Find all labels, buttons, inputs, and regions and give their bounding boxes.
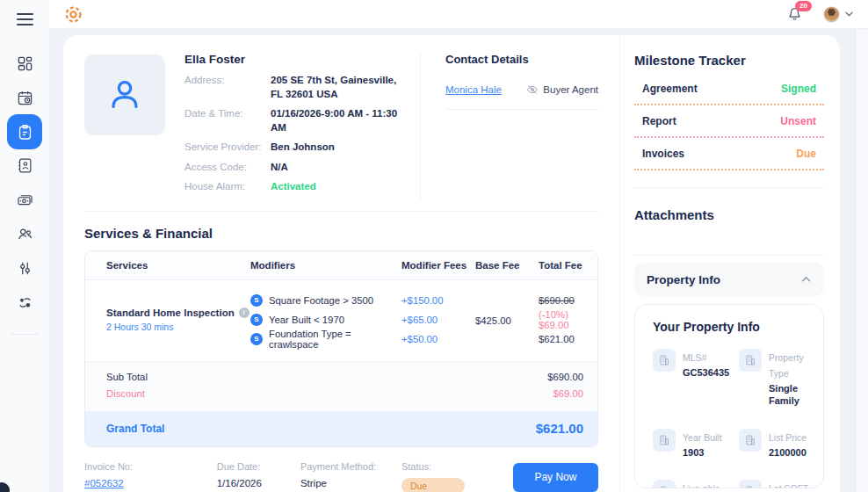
milestone-status: Signed bbox=[781, 83, 816, 95]
property-info-title: Property Info bbox=[647, 273, 720, 286]
top-bar: 20 bbox=[49, 0, 868, 29]
base-fee-value: $425.00 bbox=[475, 315, 511, 326]
milestone-status: Due bbox=[796, 148, 816, 160]
property-item-mls: MLS#GC536435 bbox=[653, 349, 735, 408]
app-logo-icon[interactable] bbox=[64, 5, 83, 24]
property-item-price: List Price2100000 bbox=[739, 429, 821, 459]
contact-details-section: Contact Details Monica Hale Buyer Agent bbox=[420, 53, 598, 200]
clipboard-icon bbox=[17, 124, 33, 141]
property-label: Live-able SQFT bbox=[683, 483, 720, 488]
services-table-header: Services Modifiers Modifier Fees Base Fe… bbox=[85, 251, 597, 280]
address-book-icon bbox=[17, 157, 33, 174]
contact-name-link[interactable]: Monica Hale bbox=[445, 84, 502, 95]
client-avatar-placeholder bbox=[84, 54, 165, 135]
side-divider bbox=[634, 255, 824, 256]
sidebar-item-schedule[interactable] bbox=[7, 81, 42, 115]
sidebar-nav bbox=[7, 47, 42, 320]
column-header: Modifier Fees bbox=[401, 260, 475, 271]
info-icon[interactable]: i bbox=[239, 308, 250, 318]
pay-now-button[interactable]: Pay Now bbox=[513, 463, 598, 492]
sidebar-item-team[interactable] bbox=[7, 217, 42, 251]
milestone-row: Agreement Signed bbox=[634, 83, 824, 95]
client-name: Ella Foster bbox=[184, 53, 408, 66]
house-alarm-status: Activated bbox=[271, 180, 408, 194]
invoice-number-label: Invoice No: bbox=[84, 461, 217, 472]
menu-toggle-icon[interactable] bbox=[17, 13, 33, 25]
sidebar-divider bbox=[11, 334, 38, 335]
field-label: Access Code: bbox=[184, 161, 271, 175]
due-date-value: 1/16/2026 bbox=[217, 478, 300, 488]
property-info-accordion[interactable]: Property Info bbox=[634, 263, 824, 296]
property-label: Lot SQFT bbox=[769, 483, 809, 488]
sidebar-item-contacts[interactable] bbox=[7, 148, 42, 183]
milestone-label: Invoices bbox=[642, 148, 684, 160]
discount-value: $69.00 bbox=[553, 388, 583, 399]
milestone-status: Unsent bbox=[780, 115, 816, 127]
user-avatar[interactable] bbox=[823, 6, 840, 23]
invoice-number-link[interactable]: #052632 bbox=[84, 478, 217, 488]
access-code-value: N/A bbox=[271, 161, 408, 175]
calendar-clock-icon bbox=[17, 90, 33, 106]
payment-method-label: Payment Method: bbox=[300, 461, 401, 472]
modifier-label: Foundation Type = crawlspace bbox=[269, 329, 401, 350]
property-value: 1903 bbox=[683, 446, 735, 459]
chevron-down-icon[interactable] bbox=[845, 11, 853, 18]
grand-total-label: Grand Total bbox=[106, 423, 164, 435]
property-value: GC536435 bbox=[683, 366, 735, 379]
order-main-column: Ella Foster Address: 205 SE 7th St, Gain… bbox=[63, 35, 619, 492]
property-item-year: Year Built1903 bbox=[653, 429, 735, 459]
modifier-fee: +$65.00 bbox=[401, 310, 475, 329]
service-provider-value: Ben Johnson bbox=[271, 141, 408, 155]
building-icon bbox=[744, 434, 756, 446]
chevron-up-icon bbox=[801, 276, 811, 283]
sidebar-item-settings[interactable] bbox=[7, 251, 42, 286]
notifications-button[interactable]: 20 bbox=[787, 6, 802, 22]
person-icon bbox=[105, 75, 145, 115]
sidebar-item-orders[interactable] bbox=[7, 114, 42, 149]
services-financial-title: Services & Financial bbox=[84, 226, 598, 241]
field-label: Service Provider: bbox=[184, 141, 271, 155]
building-icon bbox=[658, 485, 670, 488]
property-value: 2100000 bbox=[769, 446, 821, 459]
contact-role-label: Buyer Agent bbox=[543, 84, 598, 95]
property-value: Single Family bbox=[769, 382, 821, 408]
page-scrollbar[interactable] bbox=[855, 29, 868, 492]
address-value: 205 SE 7th St, Gainesville, FL 32601 USA bbox=[271, 74, 408, 101]
totals-section: Sub Total $690.00 Discount $69.00 bbox=[85, 361, 597, 411]
modifier-badge-icon: S bbox=[250, 314, 263, 326]
sliders-icon bbox=[17, 260, 33, 277]
due-date-label: Due Date: bbox=[217, 461, 300, 472]
grand-total-row: Grand Total $621.00 bbox=[85, 411, 597, 446]
eye-slash-icon[interactable] bbox=[526, 83, 539, 96]
sub-total-value: $690.00 bbox=[547, 372, 583, 382]
milestone-label: Report bbox=[642, 115, 676, 127]
sub-total-label: Sub Total bbox=[106, 372, 148, 382]
sidebar bbox=[0, 0, 49, 492]
side-divider bbox=[634, 187, 824, 188]
integrations-icon bbox=[17, 294, 33, 311]
building-icon bbox=[658, 354, 670, 366]
column-header: Base Fee bbox=[475, 260, 539, 271]
service-duration: 2 Hours 30 mins bbox=[106, 322, 250, 332]
property-label: Year Built bbox=[683, 432, 722, 443]
attachments-title: Attachments bbox=[634, 207, 824, 222]
field-label: Date & Time: bbox=[184, 107, 271, 134]
modifier-badge-icon: S bbox=[250, 333, 263, 345]
total-fee-discount: (-10%) $69.00 bbox=[539, 309, 583, 330]
milestone-tracker-title: Milestone Tracker bbox=[634, 53, 824, 68]
client-profile-section: Ella Foster Address: 205 SE 7th St, Gain… bbox=[84, 53, 598, 200]
sidebar-item-dashboard[interactable] bbox=[7, 47, 42, 81]
field-label: House Alarm: bbox=[184, 180, 271, 194]
modifier-label: Year Built < 1970 bbox=[269, 315, 344, 325]
milestone-divider bbox=[634, 136, 824, 138]
contact-divider bbox=[445, 109, 598, 110]
property-label: MLS# bbox=[683, 352, 706, 363]
sidebar-item-payments[interactable] bbox=[7, 183, 42, 217]
field-label: Address: bbox=[184, 74, 271, 101]
sidebar-item-integrations[interactable] bbox=[7, 286, 42, 320]
client-fields: Ella Foster Address: 205 SE 7th St, Gain… bbox=[184, 53, 420, 200]
milestone-row: Report Unsent bbox=[634, 115, 824, 127]
total-fee-original: $690.00 bbox=[539, 295, 575, 306]
section-divider bbox=[84, 211, 598, 212]
grid-icon bbox=[17, 55, 33, 72]
